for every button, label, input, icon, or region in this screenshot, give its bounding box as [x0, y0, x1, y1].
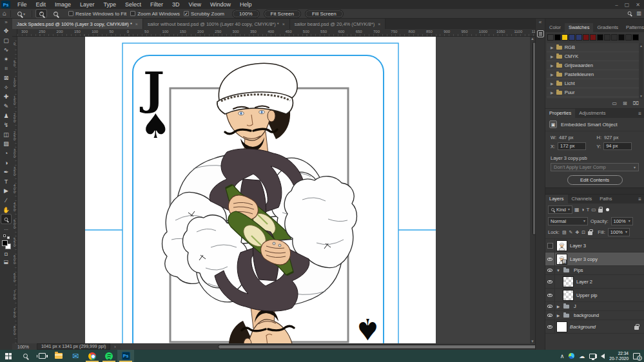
- zoom-tool[interactable]: [1, 214, 11, 224]
- window-control[interactable]: ▢: [625, 2, 630, 8]
- type-tool[interactable]: T: [1, 177, 11, 187]
- layer-thumbnail[interactable]: [563, 276, 574, 287]
- lasso-tool[interactable]: ∿: [1, 45, 11, 55]
- zoom-tool-preset[interactable]: ▾: [15, 11, 28, 17]
- layer-comp-dropdown[interactable]: Don't Apply Layer Comp ▾: [551, 163, 639, 171]
- gradient-tool[interactable]: ▨: [1, 139, 11, 149]
- delete-swatch-icon[interactable]: ⌧: [633, 100, 639, 106]
- canvas-viewport[interactable]: J ♠ ♠: [17, 37, 530, 343]
- color-swatch[interactable]: [597, 34, 603, 41]
- taskbar-search-button[interactable]: [17, 350, 34, 362]
- y-field[interactable]: 94 px: [603, 142, 632, 150]
- menu-edit[interactable]: Edit: [32, 0, 51, 9]
- chevron-right-icon[interactable]: ▶: [551, 54, 554, 59]
- horizontal-scroll-thumb[interactable]: [218, 345, 547, 349]
- layer-row-j[interactable]: ▶J: [545, 302, 644, 311]
- eyedropper-tool[interactable]: ✧: [1, 83, 11, 93]
- chrome-button[interactable]: [84, 350, 101, 362]
- color-swatch[interactable]: [604, 34, 610, 41]
- foreground-background-swatches[interactable]: [2, 240, 11, 249]
- search-icon[interactable]: [628, 12, 632, 15]
- status-menu-arrow-icon[interactable]: ›: [114, 345, 115, 349]
- visibility-toggle[interactable]: [545, 289, 555, 301]
- new-group-icon[interactable]: ▭: [612, 100, 618, 106]
- history-brush-tool[interactable]: ↯: [1, 120, 11, 130]
- magic-wand-tool[interactable]: ✶: [1, 55, 11, 64]
- swatch-folder-rgb[interactable]: ▶RGB: [547, 43, 643, 52]
- marquee-tool[interactable]: ▢: [1, 36, 11, 46]
- swatch-list-scrollbar[interactable]: ▲▼: [639, 43, 643, 99]
- foreground-color-swatch[interactable]: [2, 240, 8, 246]
- fill-dropdown[interactable]: 100%▾: [608, 228, 630, 236]
- crop-tool[interactable]: ⌗: [1, 64, 11, 73]
- color-swatch[interactable]: [583, 34, 589, 41]
- layer-thumbnail[interactable]: [563, 290, 574, 301]
- document-tab[interactable]: sailor beard.psd @ 20,4% (CMYK/8*)×: [290, 19, 385, 29]
- menu-view[interactable]: View: [184, 0, 206, 9]
- ruler-corner[interactable]: [12, 29, 17, 37]
- chevron-right-icon[interactable]: ▶: [551, 81, 554, 86]
- menu-filter[interactable]: Filter: [146, 0, 168, 9]
- brush-tool[interactable]: ✎: [1, 102, 11, 111]
- layer-row-upper-pip[interactable]: Upper pip: [545, 289, 644, 302]
- menu-window[interactable]: Window: [206, 0, 235, 9]
- menu-file[interactable]: File: [13, 0, 32, 9]
- frame-tool[interactable]: ⊠: [1, 73, 11, 83]
- workspace-icon[interactable]: ▥: [636, 10, 641, 16]
- tab-channels[interactable]: Channels: [568, 195, 596, 204]
- menu-select[interactable]: Select: [121, 0, 146, 9]
- layer-thumbnail[interactable]: [556, 240, 567, 251]
- zoom-in-button[interactable]: +: [36, 10, 46, 17]
- opacity-dropdown[interactable]: 100%▾: [611, 217, 633, 225]
- visibility-toggle[interactable]: [545, 239, 555, 252]
- lock-artboard-icon[interactable]: ⊡: [581, 230, 585, 235]
- line-tool[interactable]: ∕: [1, 196, 11, 205]
- blend-mode-dropdown[interactable]: Normal▾: [548, 217, 588, 225]
- window-control[interactable]: ✕: [636, 2, 640, 8]
- color-swatch[interactable]: [625, 34, 632, 41]
- file-explorer-button[interactable]: [50, 350, 67, 362]
- color-swatch[interactable]: [611, 34, 618, 41]
- start-button[interactable]: [0, 350, 17, 362]
- layer-row-layer-2[interactable]: Layer 2: [545, 275, 644, 289]
- tab-properties[interactable]: Properties: [545, 109, 575, 118]
- lock-position-icon[interactable]: ✥: [575, 230, 579, 235]
- menu-image[interactable]: Image: [50, 0, 75, 9]
- layer-row-layer-3[interactable]: Layer 3: [545, 239, 644, 252]
- edit-toolbar-icon[interactable]: …: [1, 224, 11, 233]
- hand-tool[interactable]: ✋: [1, 205, 11, 214]
- vertical-scrollbar[interactable]: ▲ ▼: [530, 37, 535, 343]
- action-center-icon[interactable]: 2: [633, 353, 640, 359]
- filter-shape-icon[interactable]: ▭: [591, 207, 596, 213]
- x-field[interactable]: 172 px: [558, 142, 586, 150]
- tray-expand-icon[interactable]: ∧: [560, 353, 565, 359]
- color-swatch[interactable]: [561, 34, 568, 41]
- quick-mask-icon[interactable]: ◘: [5, 251, 8, 257]
- pen-tool[interactable]: ✒: [1, 167, 11, 177]
- mail-button[interactable]: ✉: [67, 350, 84, 362]
- swatch-folder-cmyk[interactable]: ▶CMYK: [547, 52, 643, 61]
- checkbox-scrubby-zoom[interactable]: ✓Scrubby Zoom: [184, 11, 224, 17]
- color-swatch[interactable]: [618, 34, 625, 41]
- layer-thumbnail[interactable]: ▤: [556, 254, 567, 265]
- filter-type-icon[interactable]: T: [586, 207, 589, 213]
- button-fill-screen[interactable]: Fill Screen: [305, 10, 344, 18]
- filter-adjustment-icon[interactable]: ◑: [581, 207, 585, 213]
- document-tab[interactable]: Jack Spades.psd @ 100% (Layer 3 copy, CM…: [12, 19, 143, 29]
- layer-thumbnail[interactable]: [556, 321, 567, 332]
- chevron-right-icon[interactable]: ▶: [551, 45, 554, 50]
- panel-menu-icon[interactable]: ≡: [638, 196, 641, 202]
- layer-row-background[interactable]: ▶background: [545, 311, 644, 320]
- volume-icon[interactable]: [601, 354, 605, 359]
- lock-transparency-icon[interactable]: ▨: [562, 230, 567, 235]
- screen-mode-icon[interactable]: ⬓: [4, 259, 9, 265]
- visibility-toggle[interactable]: [545, 266, 555, 274]
- window-control[interactable]: –: [615, 2, 618, 8]
- close-icon[interactable]: ×: [282, 22, 285, 26]
- collapse-panels-icon[interactable]: «: [536, 19, 545, 26]
- button-100%[interactable]: 100%: [232, 10, 259, 18]
- task-view-button[interactable]: [34, 350, 50, 362]
- color-swatch[interactable]: [569, 34, 575, 41]
- lock-paint-icon[interactable]: ✎: [569, 230, 573, 235]
- path-select-tool[interactable]: ▶: [1, 186, 11, 196]
